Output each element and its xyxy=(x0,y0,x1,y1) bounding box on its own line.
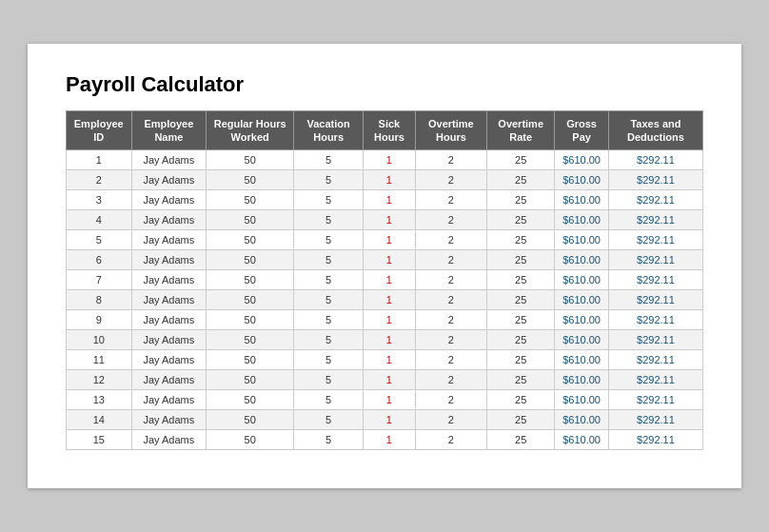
table-cell: 5 xyxy=(294,250,364,270)
table-cell: 2 xyxy=(415,410,486,430)
table-cell: 25 xyxy=(487,250,555,270)
table-cell: Jay Adams xyxy=(131,310,207,330)
table-cell: $292.11 xyxy=(608,150,702,170)
table-cell: 2 xyxy=(415,330,486,350)
table-cell: 50 xyxy=(207,190,294,210)
table-cell: Jay Adams xyxy=(131,290,207,310)
table-header-cell: Vacation Hours xyxy=(294,110,364,150)
table-cell: 50 xyxy=(207,250,294,270)
table-cell: 5 xyxy=(67,230,132,250)
table-cell: 25 xyxy=(487,310,555,330)
table-cell: $610.00 xyxy=(555,250,609,270)
table-cell: 2 xyxy=(415,190,486,210)
table-row: 3Jay Adams5051225$610.00$292.11 xyxy=(67,190,703,210)
table-row: 12Jay Adams5051225$610.00$292.11 xyxy=(67,370,703,390)
table-cell: 2 xyxy=(415,290,486,310)
table-cell: $610.00 xyxy=(555,410,609,430)
table-cell: 2 xyxy=(67,170,132,190)
table-cell: 2 xyxy=(415,390,486,410)
table-cell: Jay Adams xyxy=(131,210,207,230)
table-cell: 7 xyxy=(67,270,132,290)
table-cell: 5 xyxy=(294,310,364,330)
table-cell: 2 xyxy=(415,230,486,250)
table-cell: $292.11 xyxy=(608,250,702,270)
table-cell: 50 xyxy=(207,290,294,310)
table-cell: 1 xyxy=(364,190,416,210)
table-cell: 1 xyxy=(364,330,416,350)
table-cell: 5 xyxy=(294,430,364,450)
table-cell: 5 xyxy=(294,230,364,250)
table-cell: 1 xyxy=(364,210,416,230)
table-cell: 2 xyxy=(415,150,486,170)
table-cell: $610.00 xyxy=(555,230,609,250)
table-cell: 50 xyxy=(207,410,294,430)
table-header-cell: Gross Pay xyxy=(555,110,609,150)
table-row: 6Jay Adams5051225$610.00$292.11 xyxy=(67,250,703,270)
table-cell: 6 xyxy=(67,250,132,270)
table-cell: 25 xyxy=(487,390,555,410)
table-cell: $610.00 xyxy=(555,370,609,390)
table-cell: Jay Adams xyxy=(131,430,207,450)
table-cell: 50 xyxy=(207,310,294,330)
table-cell: 50 xyxy=(207,430,294,450)
table-row: 1Jay Adams5051225$610.00$292.11 xyxy=(67,150,703,170)
table-cell: 1 xyxy=(364,390,416,410)
table-cell: 25 xyxy=(487,430,555,450)
table-cell: $292.11 xyxy=(608,430,702,450)
table-cell: $610.00 xyxy=(555,190,609,210)
table-header-cell: Overtime Rate xyxy=(487,110,555,150)
table-cell: 2 xyxy=(415,350,486,370)
table-cell: 50 xyxy=(207,390,294,410)
table-row: 11Jay Adams5051225$610.00$292.11 xyxy=(67,350,703,370)
table-cell: 25 xyxy=(487,190,555,210)
table-cell: 5 xyxy=(294,190,364,210)
table-cell: Jay Adams xyxy=(131,190,207,210)
table-cell: Jay Adams xyxy=(131,150,207,170)
table-cell: 10 xyxy=(67,330,132,350)
table-cell: Jay Adams xyxy=(131,370,207,390)
table-cell: $610.00 xyxy=(555,270,609,290)
table-cell: 13 xyxy=(67,390,132,410)
table-cell: 1 xyxy=(67,150,132,170)
table-cell: 3 xyxy=(67,190,132,210)
table-cell: 25 xyxy=(487,350,555,370)
table-header-cell: Sick Hours xyxy=(364,110,416,150)
table-cell: 1 xyxy=(364,250,416,270)
table-cell: 2 xyxy=(415,250,486,270)
table-cell: 5 xyxy=(294,390,364,410)
table-cell: 5 xyxy=(294,290,364,310)
table-cell: 25 xyxy=(487,330,555,350)
table-header-cell: Employee ID xyxy=(67,110,132,150)
table-cell: Jay Adams xyxy=(131,170,207,190)
table-cell: $610.00 xyxy=(555,210,609,230)
table-row: 13Jay Adams5051225$610.00$292.11 xyxy=(67,390,703,410)
table-row: 7Jay Adams5051225$610.00$292.11 xyxy=(67,270,703,290)
table-cell: 50 xyxy=(207,230,294,250)
table-cell: $610.00 xyxy=(555,390,609,410)
table-cell: Jay Adams xyxy=(131,230,207,250)
table-cell: $610.00 xyxy=(555,150,609,170)
payroll-table: Employee IDEmployee NameRegular Hours Wo… xyxy=(66,110,703,451)
table-header-cell: Regular Hours Worked xyxy=(207,110,294,150)
table-cell: Jay Adams xyxy=(131,250,207,270)
table-header-cell: Employee Name xyxy=(131,110,207,150)
table-cell: 5 xyxy=(294,270,364,290)
table-cell: 25 xyxy=(487,270,555,290)
table-cell: $292.11 xyxy=(608,270,702,290)
table-cell: 8 xyxy=(67,290,132,310)
table-cell: 5 xyxy=(294,150,364,170)
table-cell: 1 xyxy=(364,310,416,330)
table-cell: Jay Adams xyxy=(131,270,207,290)
table-cell: Jay Adams xyxy=(131,390,207,410)
table-cell: 25 xyxy=(487,150,555,170)
table-cell: $610.00 xyxy=(555,170,609,190)
table-cell: 9 xyxy=(67,310,132,330)
table-row: 2Jay Adams5051225$610.00$292.11 xyxy=(67,170,703,190)
table-cell: $292.11 xyxy=(608,170,702,190)
page-title: Payroll Calculator xyxy=(66,72,703,97)
table-cell: $610.00 xyxy=(555,330,609,350)
table-cell: 25 xyxy=(487,170,555,190)
page-container: Payroll Calculator Employee IDEmployee N… xyxy=(28,44,741,489)
table-cell: 2 xyxy=(415,270,486,290)
table-cell: 50 xyxy=(207,350,294,370)
